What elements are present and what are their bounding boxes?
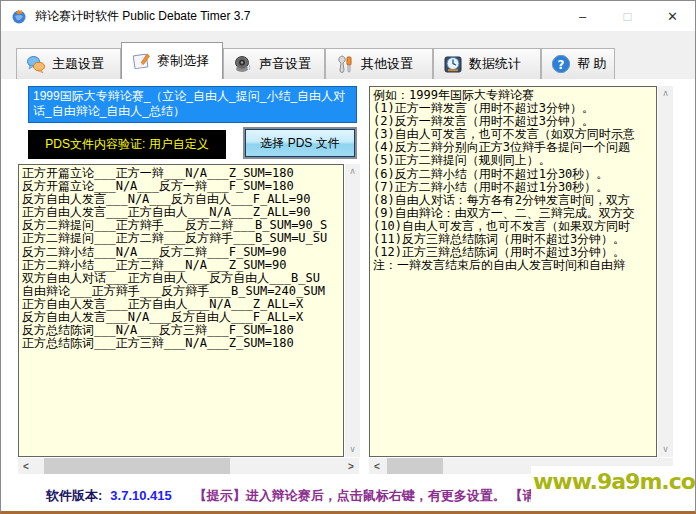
text-line: 反方总结陈词___N/A___反方三辩___F_SUM=180 xyxy=(22,324,343,337)
tab-label: 赛制选择 xyxy=(157,52,209,70)
text-line: (5)正方二辩提问（规则同上）。 xyxy=(373,154,656,167)
text-line: 反方二辩小结___N/A___反方二辩___F_SUM=90 xyxy=(22,246,343,259)
tab-data-statistics[interactable]: 数据统计 xyxy=(433,48,541,79)
tab-sound-settings[interactable]: 声音设置 xyxy=(223,48,325,79)
window-title: 辩论赛计时软件 Public Debate Timer 3.7 xyxy=(35,8,250,25)
text-line: 正方自由人发言___正方自由人___N/A___Z_ALL=90 xyxy=(22,206,343,219)
text-line: (8)自由人对话：每方各有2分钟发言时间，双方 xyxy=(373,194,656,207)
tab-label: 其他设置 xyxy=(361,55,413,73)
left-horizontal-scrollbar[interactable]: < > xyxy=(18,458,359,474)
caption-buttons: – □ ✕ xyxy=(560,1,695,31)
tab-label: 帮 助 xyxy=(577,55,607,73)
scroll-left-icon[interactable]: < xyxy=(18,458,34,474)
scrollbar-thumb[interactable] xyxy=(44,458,230,474)
text-line: 双方自由人对话___正方自由人___反方自由人___B_SU xyxy=(22,272,343,285)
app-logo-icon xyxy=(11,8,27,24)
tab-format-select[interactable]: 赛制选择 xyxy=(121,42,223,79)
minimize-button[interactable]: – xyxy=(560,1,605,31)
scroll-up-icon[interactable]: ∧ xyxy=(349,164,356,179)
text-line: (12)正方三辩总结陈词（用时不超过3分钟）。 xyxy=(373,246,656,259)
document-pencil-icon xyxy=(131,51,151,71)
chat-bubbles-icon xyxy=(26,54,46,74)
tab-label: 主题设置 xyxy=(52,55,104,73)
text-line: (7)正方二辩小结（用时不超过1分30秒）。 xyxy=(373,181,656,194)
version-label: 软件版本: xyxy=(46,487,102,505)
scroll-down-icon[interactable]: ∨ xyxy=(662,442,669,457)
app-window: 辩论赛计时软件 Public Debate Timer 3.7 – □ ✕ 主题… xyxy=(0,0,696,514)
scroll-down-icon[interactable]: ∨ xyxy=(349,442,356,457)
svg-text:?: ? xyxy=(558,58,565,72)
text-line: 正方总结陈词___正方三辩___N/A___Z_SUM=180 xyxy=(22,337,343,350)
text-line: (11)反方三辩总结陈词（用时不超过3分钟）。 xyxy=(373,233,656,246)
text-line: 反方二辩提问___正方辩手___反方二辩___B_SUM=90_S xyxy=(22,219,343,232)
text-line: 正方开篇立论___正方一辩___N/A___Z_SUM=180 xyxy=(22,167,343,180)
text-line: 自由辩论___正方辩手___反方辩手___B_SUM=240_SUM xyxy=(22,285,343,298)
tab-bar: 主题设置 赛制选择 声音设置 xyxy=(1,31,695,79)
scrollbar-thumb[interactable] xyxy=(387,458,443,474)
text-line: (9)自由辩论：由双方一、二、三辩完成。双方交 xyxy=(373,207,656,220)
text-line: (1)正方一辩发言（用时不超过3分钟）。 xyxy=(373,102,656,115)
text-line: (4)反方二辩分别向正方3位辩手各提问一个问题 xyxy=(373,141,656,154)
text-line: 注：一辩发言结束后的自由人发言时间和自由辩 xyxy=(373,259,656,272)
tools-icon xyxy=(335,54,355,74)
text-line: 例如：1999年国际大专辩论赛 xyxy=(373,89,656,102)
text-line: 正方自由人发言___正方自由人___N/A___Z_ALL=X xyxy=(22,298,343,311)
format-example-textarea[interactable]: 例如：1999年国际大专辩论赛(1)正方一辩发言（用时不超过3分钟）。(2)反方… xyxy=(369,86,657,457)
watermark-text: www.9a9m.com xyxy=(533,469,696,494)
maximize-button[interactable]: □ xyxy=(605,1,650,31)
watermark-overlay: www.9a9m.com xyxy=(531,466,696,514)
scroll-up-icon[interactable]: ∧ xyxy=(662,86,669,101)
left-vertical-scrollbar[interactable]: ∧ ∨ xyxy=(345,164,360,457)
close-button[interactable]: ✕ xyxy=(650,1,695,31)
format-definition-textarea[interactable]: 正方开篇立论___正方一辩___N/A___Z_SUM=180反方开篇立论___… xyxy=(18,164,344,457)
title-bar: 辩论赛计时软件 Public Debate Timer 3.7 – □ ✕ xyxy=(1,1,695,31)
select-pds-file-button[interactable]: 选择 PDS 文件 xyxy=(243,127,357,159)
tab-theme-settings[interactable]: 主题设置 xyxy=(16,48,121,79)
tab-help[interactable]: ? 帮 助 xyxy=(541,48,615,79)
text-line: 正方二辩小结___正方二辩___N/A___Z_SUM=90 xyxy=(22,259,343,272)
text-line: (3)自由人可发言，也可不发言（如双方同时示意 xyxy=(373,128,656,141)
text-line: 反方开篇立论___N/A___反方一辩___F_SUM=180 xyxy=(22,180,343,193)
format-title-banner: 1999国际大专辩论赛_（立论_自由人_提问_小结_自由人对话_自由辩论_自由人… xyxy=(28,86,357,123)
version-value: 3.7.10.415 xyxy=(110,488,171,503)
clock-stats-icon xyxy=(443,54,463,74)
tab-other-settings[interactable]: 其他设置 xyxy=(325,48,433,79)
right-vertical-scrollbar[interactable]: ∧ ∨ xyxy=(658,86,673,457)
text-line: (10)自由人可发言，也可不发言（如果双方同时 xyxy=(373,220,656,233)
pds-validation-label: PDS文件内容验证: 用户自定义 xyxy=(28,130,226,159)
text-line: (2)反方一辩发言（用时不超过3分钟）。 xyxy=(373,115,656,128)
text-line: (6)反方二辩小结（用时不超过1分30秒）。 xyxy=(373,168,656,181)
speaker-icon xyxy=(233,54,253,74)
text-line: 正方二辩提问___正方二辩___反方辩手___B_SUM=U_SU xyxy=(22,232,343,245)
tab-label: 数据统计 xyxy=(469,55,521,73)
status-hint-text: 【提示】进入辩论赛后，点击鼠标右键，有更多设置。 【请仔细 xyxy=(194,487,562,505)
help-icon: ? xyxy=(551,54,571,74)
scroll-left-icon[interactable]: < xyxy=(369,458,385,474)
tab-label: 声音设置 xyxy=(259,55,311,73)
scroll-right-icon[interactable]: > xyxy=(343,458,359,474)
text-line: 反方自由人发言___N/A___反方自由人___F_ALL=90 xyxy=(22,193,343,206)
text-line: 反方自由人发言___N/A___反方自由人___F_ALL=X xyxy=(22,311,343,324)
